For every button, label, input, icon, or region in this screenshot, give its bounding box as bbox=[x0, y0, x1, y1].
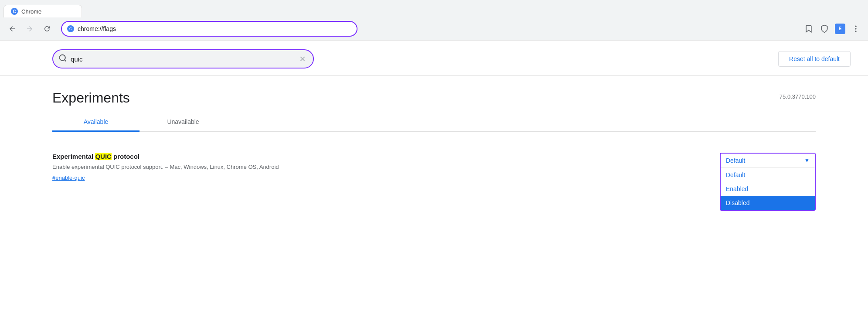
svg-point-2 bbox=[855, 25, 856, 27]
page-content: quic Reset all to default Experiments 75… bbox=[0, 41, 868, 332]
dropdown-selected[interactable]: Default ▼ bbox=[721, 154, 815, 168]
clear-search-button[interactable] bbox=[297, 54, 308, 64]
version-text: 75.0.3770.100 bbox=[779, 93, 816, 100]
search-input[interactable]: quic bbox=[71, 55, 294, 63]
tab-title: Chrome bbox=[21, 8, 41, 15]
tab-bar: C Chrome bbox=[0, 0, 868, 17]
extension-button[interactable]: E bbox=[833, 22, 847, 36]
extension-icon: E bbox=[835, 24, 845, 34]
search-section: quic Reset all to default bbox=[0, 41, 868, 76]
toolbar-right: E bbox=[802, 22, 863, 36]
experiment-description: Enable experimental QUIC protocol suppor… bbox=[52, 163, 445, 171]
shield-button[interactable] bbox=[817, 22, 831, 36]
reload-button[interactable] bbox=[40, 22, 54, 36]
bookmark-button[interactable] bbox=[802, 22, 816, 36]
dropdown-options: Default Enabled Disabled bbox=[721, 168, 815, 210]
dropdown-container[interactable]: Default ▼ Default Enabled Disabled bbox=[720, 153, 816, 211]
dropdown-option-default[interactable]: Default bbox=[721, 168, 815, 182]
search-icon bbox=[58, 54, 67, 65]
experiment-name-highlight: QUIC bbox=[95, 153, 112, 160]
back-button[interactable] bbox=[5, 22, 19, 36]
site-favicon: C bbox=[67, 25, 74, 32]
toolbar: C chrome://flags E bbox=[0, 17, 868, 40]
address-url: chrome://flags bbox=[78, 25, 351, 32]
reset-all-button[interactable]: Reset all to default bbox=[778, 51, 851, 67]
forward-button[interactable] bbox=[23, 22, 37, 36]
svg-point-3 bbox=[855, 28, 856, 29]
experiment-name-suffix: protocol bbox=[112, 153, 140, 160]
tab-favicon: C bbox=[11, 8, 18, 15]
svg-line-6 bbox=[65, 59, 66, 61]
browser-tab[interactable]: C Chrome bbox=[3, 5, 82, 17]
svg-point-5 bbox=[60, 55, 65, 60]
tab-unavailable[interactable]: Unavailable bbox=[140, 113, 227, 132]
experiment-info: Experimental QUIC protocol Enable experi… bbox=[52, 153, 445, 181]
experiment-link[interactable]: #enable-quic bbox=[52, 175, 85, 181]
experiments-header: Experiments 75.0.3770.100 bbox=[0, 76, 868, 113]
svg-text:C: C bbox=[69, 27, 72, 31]
address-bar[interactable]: C chrome://flags bbox=[61, 21, 357, 37]
menu-button[interactable] bbox=[849, 22, 863, 36]
search-bar[interactable]: quic bbox=[52, 49, 314, 68]
dropdown-option-disabled[interactable]: Disabled bbox=[721, 196, 815, 210]
tab-available[interactable]: Available bbox=[52, 113, 140, 132]
experiment-item: Experimental QUIC protocol Enable experi… bbox=[52, 146, 816, 218]
dropdown-selected-text: Default bbox=[726, 157, 745, 164]
tabs-container: Available Unavailable bbox=[52, 113, 816, 132]
browser-chrome: C Chrome C chrome://flags bbox=[0, 0, 868, 41]
dropdown-arrow-icon: ▼ bbox=[804, 157, 810, 164]
svg-point-4 bbox=[855, 31, 856, 32]
experiment-name-prefix: Experimental bbox=[52, 153, 95, 160]
page-title: Experiments bbox=[52, 90, 130, 106]
dropdown-option-enabled[interactable]: Enabled bbox=[721, 182, 815, 196]
experiments-list: Experimental QUIC protocol Enable experi… bbox=[0, 132, 868, 232]
experiment-name: Experimental QUIC protocol bbox=[52, 153, 445, 160]
